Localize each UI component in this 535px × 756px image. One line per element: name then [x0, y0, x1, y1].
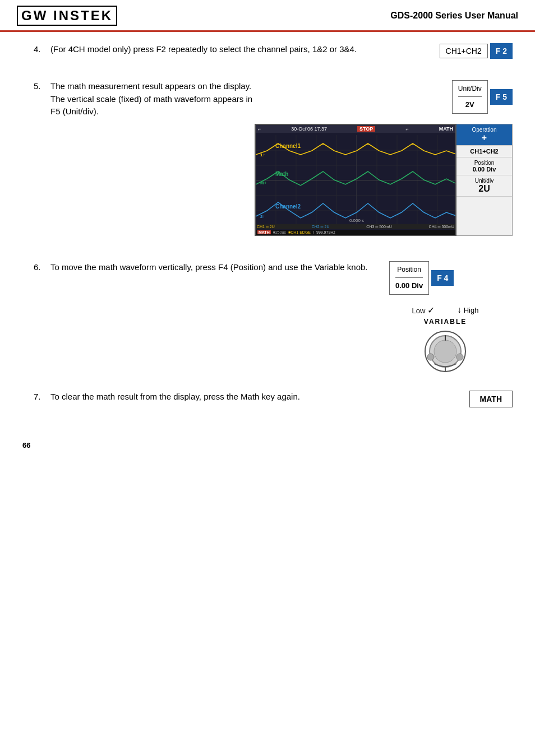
osc-stop-badge: STOP [357, 126, 375, 132]
step-7: 7. To clear the math result from the dis… [34, 391, 513, 407]
step-7-widget: MATH [400, 391, 513, 407]
variable-high: ↓ High [457, 305, 478, 315]
step-5-left: The math measurement result appears on t… [50, 80, 255, 118]
osc-sidebar: Operation + CH1+CH2 Position 0.00 Div Un… [456, 124, 513, 236]
osc-sidebar-position: Position 0.00 Div [456, 157, 512, 175]
osc-math-text: Math [275, 171, 288, 177]
step-4-widget-row: CH1+CH2 F 2 [440, 43, 513, 59]
oscilloscope-container: ⌐ 30-Oct'06 17:37 STOP ⌐ MATH [255, 124, 513, 236]
osc-slash: / [313, 230, 314, 234]
step-6-widget-row: Position 0.00 Div F 4 [389, 261, 454, 295]
osc-ch1-status: ■CH1 EDGE [288, 230, 311, 234]
osc-ud-label: Unit/div [460, 178, 509, 184]
variable-label-text: VARIABLE [389, 318, 501, 326]
osc-ch1-info: CH1 ═ 2U [257, 225, 275, 229]
osc-timebase: ■250us [273, 230, 286, 234]
page-number: 66 [22, 441, 30, 449]
svg-text:M+: M+ [260, 180, 267, 185]
variable-knob-svg[interactable] [423, 329, 468, 374]
osc-op-label: Operation [460, 127, 509, 133]
osc-sidebar-ch: CH1+CH2 [456, 146, 512, 157]
variable-label-row: Low ✓ ↓ High [389, 305, 501, 316]
osc-channel-info: CH1 ═ 2U CH2 ═ 2U CH3 ═ 500mU CH4 ═ 500m… [256, 224, 455, 229]
step-6-number: 6. [34, 261, 50, 272]
osc-math-badge: MATH [257, 230, 271, 234]
osc-ch2-info: CH2 ═ 2U [312, 225, 330, 229]
step-5-unit-bottom: 2V [458, 98, 482, 111]
osc-channel1-text: Channel1 [275, 143, 301, 149]
step-7-number: 7. [34, 391, 50, 401]
step-5-text: The math measurement result appears on t… [50, 80, 255, 118]
step-4-number: 4. [34, 43, 50, 54]
step-6-right: Position 0.00 Div F 4 Low ✓ ↓ High [389, 261, 513, 374]
step-4-ch-label: CH1+CH2 [440, 44, 488, 58]
page-footer: 66 [0, 435, 535, 455]
osc-freq: 999.979Hz [316, 230, 335, 234]
variable-area: Low ✓ ↓ High VARIABLE [389, 305, 501, 374]
osc-trigger-icon: ⌐ [405, 126, 408, 132]
step-6-pos-bottom: 0.00 Div [395, 279, 423, 292]
step-7-text: To clear the math result from the displa… [50, 391, 400, 403]
step-4-f-button[interactable]: F 2 [490, 43, 513, 59]
svg-text:0.000 s: 0.000 s [349, 218, 364, 223]
svg-text:2↑: 2↑ [260, 214, 265, 219]
step-4: 4. (For 4CH model only) press F2 repeate… [34, 43, 513, 63]
step-6-position-box: Position 0.00 Div [389, 261, 429, 295]
logo-text: GW INSTEK [21, 8, 113, 23]
osc-ch3-info: CH3 ═ 500mU [366, 225, 391, 229]
osc-ch4-info: CH4 ═ 500mU [429, 225, 454, 229]
step-5-widget-row: Unit/Div 2V F 5 [452, 80, 513, 114]
step-4-text: (For 4CH model only) press F2 repeatedly… [50, 43, 400, 56]
logo: GW INSTEK [17, 6, 117, 26]
svg-text:1↑: 1↑ [260, 152, 265, 157]
step-6: 6. To move the math waveform vertically,… [34, 261, 513, 374]
step-6-f-button[interactable]: F 4 [431, 270, 454, 286]
osc-pos-value: 0.00 Div [460, 166, 509, 173]
osc-ud-value: 2U [460, 184, 509, 194]
step-6-left: To move the math waveform vertically, pr… [50, 261, 389, 274]
osc-pos-label: Position [460, 160, 509, 166]
osc-top-bar: ⌐ 30-Oct'06 17:37 STOP ⌐ MATH [256, 125, 455, 133]
check-mark-low: ✓ [427, 305, 435, 315]
osc-sidebar-operation: Operation + [456, 124, 512, 146]
svg-point-22 [427, 354, 434, 360]
osc-sidebar-unitdiv: Unit/div 2U [456, 175, 512, 197]
math-button[interactable]: MATH [469, 391, 513, 407]
osc-screen: ⌐ 30-Oct'06 17:37 STOP ⌐ MATH [255, 124, 456, 236]
svg-point-20 [434, 340, 456, 363]
step-5-number: 5. [34, 80, 50, 91]
osc-op-value: + [460, 133, 509, 143]
variable-high-text: High [464, 306, 479, 314]
osc-channel2-text: Channel2 [275, 203, 301, 210]
osc-wrap: ⌐ 30-Oct'06 17:37 STOP ⌐ MATH [255, 124, 513, 236]
step-4-widget: CH1+CH2 F 2 [400, 43, 513, 63]
osc-status-bar: MATH ■250us ■CH1 EDGE / 999.979Hz [256, 230, 455, 235]
page-header: GW INSTEK GDS-2000 Series User Manual [0, 0, 535, 32]
osc-ch1-label: Channel1 [275, 143, 301, 149]
osc-date: 30-Oct'06 17:37 [291, 126, 327, 132]
osc-math-top: MATH [439, 126, 453, 132]
step-5-right: Unit/Div 2V F 5 ⌐ 30-Oct'06 17:37 STOP [255, 80, 513, 244]
step-6-pos-top: Position [395, 264, 423, 278]
step-5-unit-top: Unit/Div [458, 83, 482, 97]
step-5-f-button[interactable]: F 5 [490, 89, 513, 105]
osc-math-label-screen: Math [275, 171, 288, 177]
svg-point-23 [456, 354, 463, 360]
variable-low: Low ✓ [412, 305, 435, 316]
osc-ch-icon: ⌐ [258, 126, 261, 132]
step-5: 5. The math measurement result appears o… [34, 80, 513, 244]
osc-ch-value: CH1+CH2 [460, 148, 509, 155]
step-5-unit-div: Unit/Div 2V [452, 80, 488, 114]
variable-low-text: Low [412, 307, 426, 315]
osc-ch2-label: Channel2 [275, 203, 301, 210]
arrow-down-high: ↓ [457, 305, 462, 314]
main-content: 4. (For 4CH model only) press F2 repeate… [0, 32, 535, 435]
step-6-text: To move the math waveform vertically, pr… [50, 261, 389, 274]
manual-title: GDS-2000 Series User Manual [390, 11, 518, 21]
